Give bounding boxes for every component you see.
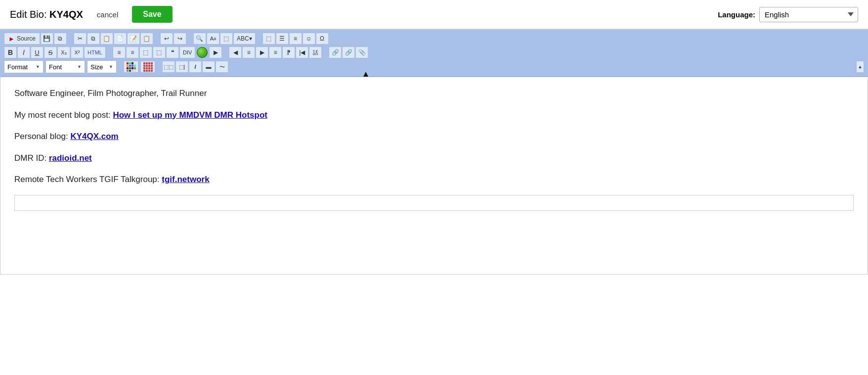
tgif-link[interactable]: tgif.network — [162, 175, 209, 184]
cancel-button[interactable]: cancel — [93, 8, 122, 21]
paste-special-button[interactable]: 📋 — [140, 33, 153, 45]
toolbar-row-3: Format ▼ Font ▼ Size ▼ — [4, 60, 864, 73]
blog-post-link[interactable]: How I set up my MMDVM DMR Hotspot — [113, 110, 267, 120]
table-grid-button[interactable] — [140, 61, 155, 73]
html-button[interactable]: HTML — [84, 47, 106, 58]
align-left-button[interactable]: ◀ — [229, 47, 242, 58]
select-all-button[interactable]: ⬚ — [220, 33, 233, 45]
personal-blog-link[interactable]: KY4QX.com — [70, 132, 118, 141]
language-select[interactable]: English Spanish French German Japanese — [759, 7, 858, 22]
form-group: ⬚⬚ ⬚| I ▬ 〜 — [162, 61, 228, 73]
bold-button[interactable]: B — [4, 47, 17, 58]
decrease-indent-button[interactable]: ⬚ — [139, 47, 152, 58]
font-dropdown[interactable]: Font ▼ — [45, 60, 85, 73]
save-icon-btn[interactable]: 💾 — [41, 33, 53, 45]
content-line-3: Personal blog: KY4QX.com — [14, 130, 854, 143]
font-dropdown-arrow: ▼ — [77, 64, 82, 69]
blockquote-button[interactable]: ❝ — [166, 47, 179, 58]
globe-icon — [197, 47, 208, 58]
source-group: ► Source 💾 ⧉ — [4, 33, 67, 45]
content-line-1: Software Engineer, Film Photographer, Tr… — [14, 87, 854, 100]
paste-text-button[interactable]: 📄 — [114, 33, 127, 45]
increase-indent-button[interactable]: ⬚ — [153, 47, 166, 58]
find-button[interactable]: 🔍 — [193, 33, 206, 45]
italic-button[interactable]: I — [17, 47, 30, 58]
copy-button[interactable]: ⧉ — [87, 33, 100, 45]
align-right-button[interactable]: ▶ — [256, 47, 268, 58]
remove-link-button[interactable]: 🔗 — [342, 47, 355, 58]
size-dropdown-arrow: ▼ — [109, 64, 113, 69]
paste-button[interactable]: 📋 — [100, 33, 113, 45]
wave-button[interactable]: 〜 — [216, 61, 228, 73]
text-color-button[interactable] — [124, 61, 138, 73]
cut-button[interactable]: ✂ — [74, 33, 87, 45]
iframe-button[interactable]: I — [189, 61, 202, 73]
paste-word-button[interactable]: 📝 — [127, 33, 140, 45]
copy-icon-btn[interactable]: ⧉ — [54, 33, 67, 45]
editor-area[interactable]: Software Engineer, Film Photographer, Tr… — [0, 77, 868, 275]
size-dropdown[interactable]: Size ▼ — [87, 60, 117, 73]
find-replace-button[interactable]: Aa — [207, 33, 219, 45]
insert-link-button[interactable]: 🔗 — [329, 47, 342, 58]
language-section: Language: English Spanish French German … — [718, 7, 858, 22]
smiley-button[interactable]: ☺ — [303, 33, 315, 45]
expand-button[interactable]: ⬚⬚ — [162, 61, 175, 73]
content-line-2: My most recent blog post: How I set up m… — [14, 109, 854, 122]
paragraph-button[interactable]: ⁋ — [282, 47, 295, 58]
content-line-5: Remote Tech Workers TGIF Talkgroup: tgif… — [14, 173, 854, 186]
align-button[interactable]: ≡ — [289, 33, 302, 45]
source-icon: ► — [8, 35, 15, 43]
table-insert-button[interactable]: ☰ — [276, 33, 289, 45]
subscript-button[interactable]: X₂ — [57, 47, 70, 58]
list-group: ≡ ≡ ⬚ ⬚ ❝ DIV ▶ — [113, 47, 222, 58]
column-button[interactable]: ⬚| — [175, 61, 188, 73]
spellcheck-button[interactable]: ABC▾ — [233, 33, 256, 45]
editor-input-row — [14, 195, 854, 211]
format-dropdown-arrow: ▼ — [36, 64, 40, 69]
language-label: Language: — [718, 10, 755, 19]
superscript-button[interactable]: X² — [71, 47, 84, 58]
find-group: 🔍 Aa ⬚ ABC▾ — [193, 33, 256, 45]
source-label: Source — [17, 35, 36, 42]
clipboard-group: ✂ ⧉ 📋 📄 📝 📋 — [74, 33, 153, 45]
toolbar-row-1: ► Source 💾 ⧉ ✂ ⧉ 📋 📄 📝 📋 ↩ ↪ 🔍 Aa ⬚ — [4, 33, 864, 45]
video-button[interactable]: ▶ — [209, 47, 222, 58]
page-title: Edit Bio: KY4QX — [10, 9, 83, 20]
ordered-list-button[interactable]: ≡ — [113, 47, 126, 58]
show-blocks-button[interactable]: |◀ — [296, 47, 308, 58]
hr-button[interactable]: ▬ — [202, 61, 215, 73]
unordered-list-button[interactable]: ≡ — [126, 47, 139, 58]
text-format-group: B I U S X₂ X² HTML — [4, 47, 106, 58]
language-dir-button[interactable]: 話 — [309, 47, 322, 58]
div-button[interactable]: DIV — [179, 47, 195, 58]
align-justify-button[interactable]: ≡ — [269, 47, 282, 58]
align-center-button[interactable]: ≡ — [242, 47, 255, 58]
toolbar-row-2: B I U S X₂ X² HTML ≡ ≡ ⬚ ⬚ ❝ DIV ▶ ◀ ≡ ▶ — [4, 47, 864, 58]
undo-button[interactable]: ↩ — [160, 33, 173, 45]
page-header: Edit Bio: KY4QX cancel Save Language: En… — [0, 0, 868, 30]
source-button[interactable]: ► Source — [4, 33, 40, 45]
align-group: ◀ ≡ ▶ ≡ ⁋ |◀ 話 — [229, 47, 322, 58]
underline-button[interactable]: U — [31, 47, 43, 58]
toolbar-area: ► Source 💾 ⧉ ✂ ⧉ 📋 📄 📝 📋 ↩ ↪ 🔍 Aa ⬚ — [0, 30, 868, 77]
format-dropdown[interactable]: Format ▼ — [4, 60, 43, 73]
redo-button[interactable]: ↪ — [174, 33, 186, 45]
anchor-button[interactable]: 📎 — [355, 47, 368, 58]
special-char-button[interactable]: Ω — [316, 33, 329, 45]
scrollbar-up[interactable]: ▲ — [856, 61, 864, 73]
link-group: 🔗 🔗 📎 — [329, 47, 368, 58]
strikethrough-button[interactable]: S — [44, 47, 57, 58]
content-line-4: DMR ID: radioid.net — [14, 152, 854, 165]
save-button[interactable]: Save — [132, 6, 172, 23]
undo-group: ↩ ↪ — [160, 33, 186, 45]
media-group: ⬚ ☰ ≡ ☺ Ω — [262, 33, 329, 45]
media-button[interactable]: ⬚ — [262, 33, 275, 45]
globe-button[interactable] — [196, 47, 209, 58]
dmr-id-link[interactable]: radioid.net — [49, 153, 92, 163]
